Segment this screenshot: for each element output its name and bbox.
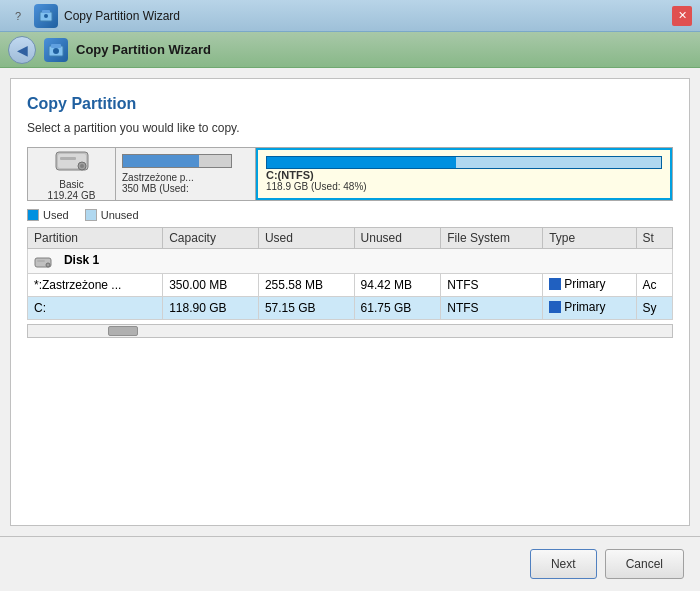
row1-capacity: 350.00 MB	[163, 274, 259, 297]
svg-rect-13	[37, 260, 45, 262]
col-type: Type	[543, 228, 636, 249]
main-content: Copy Partition Select a partition you wo…	[10, 78, 690, 526]
table-header-row: Partition Capacity Used Unused File Syst…	[28, 228, 673, 249]
help-button[interactable]: ?	[8, 6, 28, 26]
partition-table-container: Partition Capacity Used Unused File Syst…	[27, 227, 673, 320]
selected-partition-bar	[266, 156, 662, 169]
row2-color-box	[549, 301, 561, 313]
svg-point-9	[80, 164, 84, 168]
partition-bar-small	[122, 154, 232, 168]
horizontal-scrollbar[interactable]	[27, 324, 673, 338]
cancel-button[interactable]: Cancel	[605, 549, 684, 579]
row1-type-badge: Primary	[549, 277, 605, 291]
nav-bar: ◀ Copy Partition Wizard	[0, 32, 700, 68]
row1-status: Ac	[636, 274, 672, 297]
disk-label: Basic	[59, 179, 83, 190]
svg-rect-10	[60, 157, 76, 160]
legend-row: Used Unused	[27, 209, 673, 221]
used-color-box	[27, 209, 39, 221]
selected-partition-visual[interactable]: C:(NTFS) 118.9 GB (Used: 48%)	[256, 148, 672, 200]
selected-partition-size: 118.9 GB (Used: 48%)	[266, 181, 662, 192]
svg-rect-1	[42, 10, 50, 13]
legend-unused: Unused	[85, 209, 139, 221]
unused-color-box	[85, 209, 97, 221]
disk-size: 119.24 GB	[48, 190, 96, 201]
legend-used: Used	[27, 209, 69, 221]
back-button[interactable]: ◀	[8, 36, 36, 64]
disk-visual: Basic 119.24 GB Zastrzeżone p... 350 MB …	[27, 147, 673, 201]
disk-icon	[54, 148, 90, 179]
row1-used: 255.58 MB	[258, 274, 354, 297]
bottom-bar: Next Cancel	[0, 536, 700, 591]
wizard-icon	[44, 38, 68, 62]
svg-rect-4	[51, 44, 61, 48]
disk-info-box: Basic 119.24 GB	[28, 148, 116, 200]
partition1-label: Zastrzeżone p...	[122, 172, 194, 183]
col-status: St	[636, 228, 672, 249]
row2-capacity: 118.90 GB	[163, 297, 259, 320]
col-unused: Unused	[354, 228, 441, 249]
table-row[interactable]: *:Zastrzeżone ... 350.00 MB 255.58 MB 94…	[28, 274, 673, 297]
nav-title: Copy Partition Wizard	[76, 42, 211, 57]
window-title: Copy Partition Wizard	[64, 9, 180, 23]
row1-color-box	[549, 278, 561, 290]
svg-point-12	[46, 263, 50, 267]
col-filesystem: File System	[441, 228, 543, 249]
title-bar: ? Copy Partition Wizard ✕	[0, 0, 700, 32]
row1-partition: *:Zastrzeżone ...	[28, 274, 163, 297]
close-button[interactable]: ✕	[672, 6, 692, 26]
used-label: Used	[43, 209, 69, 221]
next-button[interactable]: Next	[530, 549, 597, 579]
row2-type-badge: Primary	[549, 300, 605, 314]
row2-used: 57.15 GB	[258, 297, 354, 320]
row1-filesystem: NTFS	[441, 274, 543, 297]
app-icon	[34, 4, 58, 28]
page-description: Select a partition you would like to cop…	[27, 121, 673, 135]
svg-point-5	[53, 48, 59, 54]
scroll-thumb[interactable]	[108, 326, 138, 336]
table-row[interactable]: C: 118.90 GB 57.15 GB 61.75 GB NTFS Prim…	[28, 297, 673, 320]
partition1-size: 350 MB (Used:	[122, 183, 189, 194]
partition-table: Partition Capacity Used Unused File Syst…	[27, 227, 673, 320]
row2-partition: C:	[28, 297, 163, 320]
row1-type: Primary	[543, 274, 636, 297]
row2-filesystem: NTFS	[441, 297, 543, 320]
row1-unused: 94.42 MB	[354, 274, 441, 297]
title-bar-controls: ✕	[672, 6, 692, 26]
partition-overview[interactable]: Zastrzeżone p... 350 MB (Used:	[116, 148, 256, 200]
title-bar-left: ? Copy Partition Wizard	[8, 4, 180, 28]
col-used: Used	[258, 228, 354, 249]
col-partition: Partition	[28, 228, 163, 249]
row2-unused: 61.75 GB	[354, 297, 441, 320]
disk-group-icon	[34, 253, 60, 269]
selected-partition-name: C:(NTFS)	[266, 169, 662, 181]
disk-group-row: Disk 1	[28, 249, 673, 274]
unused-label: Unused	[101, 209, 139, 221]
back-icon: ◀	[17, 42, 28, 58]
disk-group-name: Disk 1	[64, 253, 99, 267]
col-capacity: Capacity	[163, 228, 259, 249]
row2-status: Sy	[636, 297, 672, 320]
page-title: Copy Partition	[27, 95, 673, 113]
row2-type: Primary	[543, 297, 636, 320]
svg-point-2	[44, 14, 48, 18]
